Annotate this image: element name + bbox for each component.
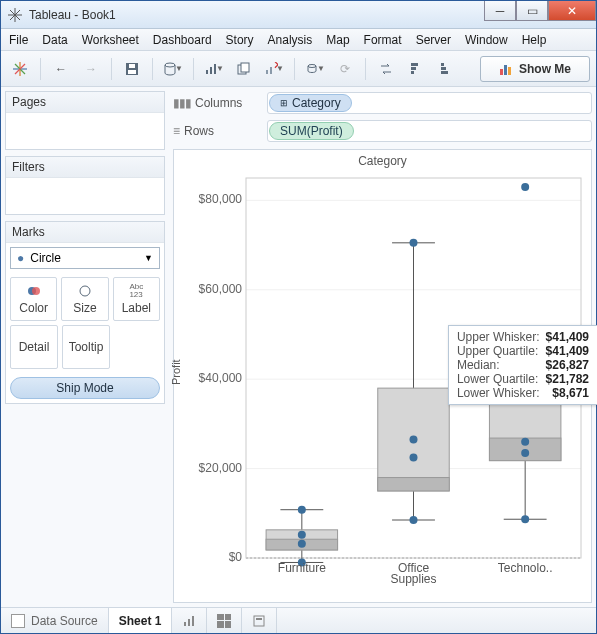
columns-label: Columns xyxy=(195,96,242,110)
sum-profit-label: SUM(Profit) xyxy=(280,124,343,138)
refresh-button[interactable]: ⟳ xyxy=(332,56,358,82)
auto-update-button[interactable]: ▼ xyxy=(302,56,328,82)
menu-map[interactable]: Map xyxy=(326,33,349,47)
viz-title: Category xyxy=(174,150,591,172)
svg-rect-75 xyxy=(184,622,186,626)
maximize-button[interactable]: ▭ xyxy=(516,1,548,21)
svg-point-73 xyxy=(521,515,529,523)
sort-desc-button[interactable] xyxy=(433,56,459,82)
tt-lw-value: $8,671 xyxy=(546,386,589,400)
menu-story[interactable]: Story xyxy=(226,33,254,47)
svg-rect-79 xyxy=(256,618,262,620)
svg-point-49 xyxy=(298,506,306,514)
show-me-button[interactable]: Show Me xyxy=(480,56,590,82)
tooltip-popup: Upper Whisker:$41,409 Upper Quartile:$41… xyxy=(448,325,597,405)
svg-point-20 xyxy=(308,64,316,67)
svg-text:Technolo..: Technolo.. xyxy=(498,561,553,575)
svg-rect-22 xyxy=(411,67,416,70)
tt-md-label: Median: xyxy=(457,358,540,372)
svg-point-60 xyxy=(410,436,418,444)
sum-profit-pill[interactable]: SUM(Profit) xyxy=(269,122,354,140)
clear-button[interactable]: ✕▼ xyxy=(261,56,287,82)
pages-shelf[interactable] xyxy=(6,113,164,149)
svg-text:$80,000: $80,000 xyxy=(199,192,243,206)
svg-point-70 xyxy=(521,183,529,191)
duplicate-button[interactable] xyxy=(231,56,257,82)
category-pill[interactable]: ⊞Category xyxy=(269,94,352,112)
menu-data[interactable]: Data xyxy=(42,33,67,47)
new-worksheet-tab[interactable] xyxy=(172,608,207,633)
svg-text:$20,000: $20,000 xyxy=(199,461,243,475)
dashboard-icon xyxy=(217,614,231,628)
size-label: Size xyxy=(73,301,96,315)
svg-text:Supplies: Supplies xyxy=(390,572,436,586)
menu-dashboard[interactable]: Dashboard xyxy=(153,33,212,47)
color-card[interactable]: Color xyxy=(10,277,57,321)
svg-text:$0: $0 xyxy=(229,550,243,564)
svg-rect-26 xyxy=(441,71,448,74)
svg-text:$60,000: $60,000 xyxy=(199,282,243,296)
marks-type-select[interactable]: ● Circle ▼ xyxy=(10,247,160,269)
sheet1-tab[interactable]: Sheet 1 xyxy=(109,608,173,633)
show-me-label: Show Me xyxy=(519,62,571,76)
window-title: Tableau - Book1 xyxy=(29,8,484,22)
menu-worksheet[interactable]: Worksheet xyxy=(82,33,139,47)
menu-server[interactable]: Server xyxy=(416,33,451,47)
filters-header: Filters xyxy=(6,157,164,178)
swap-button[interactable] xyxy=(373,56,399,82)
svg-rect-77 xyxy=(192,616,194,626)
svg-text:Furniture: Furniture xyxy=(278,561,326,575)
tableau-logo-icon[interactable] xyxy=(7,56,33,82)
rows-shelf[interactable]: ≡Rows SUM(Profit) xyxy=(173,119,592,143)
close-button[interactable]: ✕ xyxy=(548,1,596,21)
data-source-tab[interactable]: Data Source xyxy=(1,608,109,633)
detail-label: Detail xyxy=(19,340,50,354)
tt-lq-label: Lower Quartile: xyxy=(457,372,540,386)
menu-analysis[interactable]: Analysis xyxy=(268,33,313,47)
minimize-button[interactable]: ─ xyxy=(484,1,516,21)
new-worksheet-button[interactable]: ▼ xyxy=(201,56,227,82)
ship-mode-pill[interactable]: Ship Mode xyxy=(10,377,160,399)
svg-point-31 xyxy=(32,287,40,295)
new-story-tab[interactable] xyxy=(242,608,277,633)
tt-lw-label: Lower Whisker: xyxy=(457,386,540,400)
menu-help[interactable]: Help xyxy=(522,33,547,47)
svg-rect-13 xyxy=(210,67,212,74)
svg-rect-21 xyxy=(411,71,414,74)
statusbar: Data Source Sheet 1 xyxy=(1,607,596,633)
tt-uw-label: Upper Whisker: xyxy=(457,330,540,344)
menu-format[interactable]: Format xyxy=(364,33,402,47)
app-icon xyxy=(7,7,23,23)
rows-icon: ≡ xyxy=(173,124,180,138)
filters-shelf[interactable] xyxy=(6,178,164,214)
svg-rect-9 xyxy=(128,70,136,74)
new-dashboard-tab[interactable] xyxy=(207,608,242,633)
menu-file[interactable]: File xyxy=(9,33,28,47)
tt-md-value: $26,827 xyxy=(546,358,589,372)
svg-rect-29 xyxy=(508,67,511,75)
pages-panel: Pages xyxy=(5,91,165,150)
save-button[interactable] xyxy=(119,56,145,82)
svg-rect-58 xyxy=(378,478,449,491)
data-source-button[interactable]: ▼ xyxy=(160,56,186,82)
label-label: Label xyxy=(122,301,151,315)
label-icon: Abc123 xyxy=(129,283,143,299)
sort-asc-button[interactable] xyxy=(403,56,429,82)
label-card[interactable]: Abc123Label xyxy=(113,277,160,321)
forward-button[interactable]: → xyxy=(78,56,104,82)
svg-text:$40,000: $40,000 xyxy=(199,371,243,385)
plus-icon: ⊞ xyxy=(280,98,288,108)
detail-card[interactable]: Detail xyxy=(10,325,58,369)
svg-point-50 xyxy=(298,531,306,539)
pages-header: Pages xyxy=(6,92,164,113)
svg-point-72 xyxy=(521,449,529,457)
svg-rect-78 xyxy=(254,616,264,626)
size-card[interactable]: Size xyxy=(61,277,108,321)
tooltip-card[interactable]: Tooltip xyxy=(62,325,110,369)
tt-uq-value: $41,409 xyxy=(546,344,589,358)
columns-shelf[interactable]: ▮▮▮Columns ⊞Category xyxy=(173,91,592,115)
menu-window[interactable]: Window xyxy=(465,33,508,47)
svg-rect-24 xyxy=(441,63,444,66)
back-button[interactable]: ← xyxy=(48,56,74,82)
filters-panel: Filters xyxy=(5,156,165,215)
